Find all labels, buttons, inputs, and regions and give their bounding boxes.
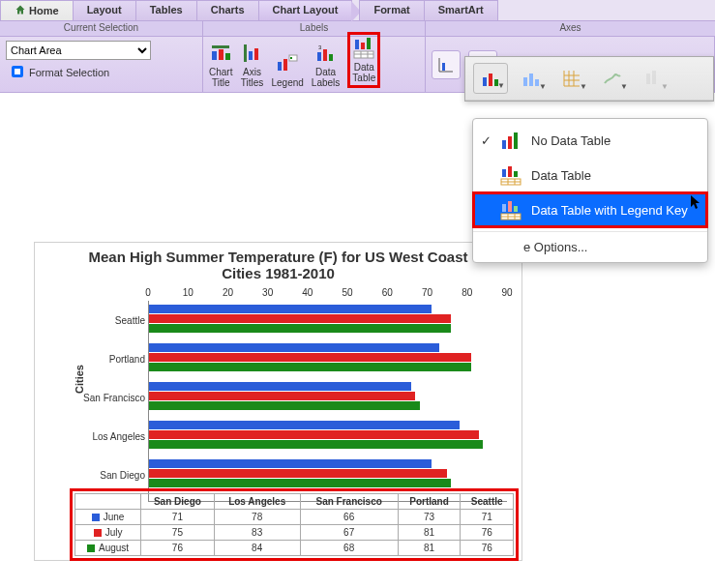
dd-data-table[interactable]: Data Table <box>473 158 707 192</box>
chart-title-button[interactable]: Chart Title <box>209 42 232 88</box>
legend-button[interactable]: Legend <box>271 52 303 88</box>
table-cell: 81 <box>398 541 461 556</box>
axes-popout-btn-3[interactable]: ▼ <box>554 63 589 94</box>
dd-data-table-legend[interactable]: Data Table with Legend Key <box>473 192 707 227</box>
svg-rect-9 <box>283 59 287 71</box>
category-label: San Diego <box>36 470 145 481</box>
tab-format[interactable]: Format <box>359 0 424 20</box>
data-table-label: Data Table <box>352 62 375 83</box>
dd-options[interactable]: e Options... <box>473 231 707 258</box>
svg-rect-25 <box>489 74 492 86</box>
table-header: San Diego <box>141 494 215 510</box>
svg-rect-11 <box>290 57 292 59</box>
table-cell: 68 <box>300 541 398 556</box>
bar-july <box>149 314 451 323</box>
svg-rect-12 <box>317 52 321 61</box>
tab-home[interactable]: Home <box>0 0 74 20</box>
table-cell: 78 <box>214 510 300 525</box>
data-table-icon <box>352 37 375 60</box>
svg-rect-1 <box>212 45 229 48</box>
x-axis-ticks: 0102030405060708090 <box>148 287 507 301</box>
bar-july <box>149 392 415 400</box>
data-table-dropdown: ✓ No Data Table Data Table Data Table wi… <box>472 118 708 263</box>
cursor-icon <box>690 194 701 213</box>
tab-charts[interactable]: Charts <box>196 0 259 20</box>
svg-rect-43 <box>508 201 512 212</box>
bar-june <box>149 343 439 352</box>
x-tick: 20 <box>223 287 233 298</box>
tab-smartart[interactable]: SmartArt <box>424 0 498 20</box>
axes-popout-btn-2[interactable]: ▼ <box>514 63 549 94</box>
svg-rect-7 <box>254 48 258 60</box>
axes-popout-btn-4[interactable]: ▼ <box>595 63 630 94</box>
table-cell: 71 <box>141 510 215 525</box>
chart-plot: SeattlePortlandSan FranciscoLos AngelesS… <box>148 301 507 502</box>
format-selection-button[interactable]: Format Selection <box>6 62 196 83</box>
chart-area[interactable]: Mean High Summer Temperature (F) for US … <box>34 242 522 561</box>
dd-no-data-table[interactable]: ✓ No Data Table <box>473 123 707 158</box>
tab-label: Chart Layout <box>273 4 339 15</box>
chart-category-row: San Diego <box>149 457 507 492</box>
data-labels-icon: 3 <box>314 42 338 65</box>
svg-rect-3 <box>219 49 223 60</box>
chart-title: Mean High Summer Temperature (F) for US … <box>35 243 521 283</box>
group-labels-body: Chart Title Axis Titles Legend 3 Data La… <box>203 37 426 92</box>
tab-chart-layout[interactable]: Chart Layout <box>258 0 353 20</box>
table-cell: 66 <box>300 510 398 525</box>
chart-plot-area: Cities 0102030405060708090 SeattlePortla… <box>35 287 521 508</box>
chart-title-label: Chart Title <box>209 67 232 88</box>
svg-rect-17 <box>361 43 365 49</box>
svg-rect-23 <box>442 63 445 71</box>
chevron-down-icon: ▼ <box>580 82 587 91</box>
svg-rect-4 <box>225 53 230 60</box>
bar-june <box>149 382 411 391</box>
tab-label: Layout <box>87 4 122 15</box>
svg-rect-16 <box>355 40 359 49</box>
axis-titles-label: Axis Titles <box>241 67 264 88</box>
svg-rect-27 <box>523 77 527 86</box>
svg-rect-5 <box>244 44 247 62</box>
home-icon <box>15 5 29 16</box>
bar-august <box>149 440 483 449</box>
tab-label: SmartArt <box>438 4 484 15</box>
bar-june <box>149 459 432 468</box>
category-label: Los Angeles <box>36 431 145 442</box>
bar-august <box>149 479 451 487</box>
x-tick: 40 <box>302 287 313 298</box>
tab-label: Charts <box>211 4 245 15</box>
category-label: San Francisco <box>36 393 145 403</box>
svg-rect-6 <box>249 51 253 60</box>
y-axis-label: Cities <box>74 365 85 394</box>
tab-layout[interactable]: Layout <box>73 0 136 20</box>
axes-toolbar-popout: ▼ ▼ ▼ ▼ ▼ <box>464 56 714 102</box>
axes-button[interactable] <box>432 50 461 79</box>
x-tick: 80 <box>462 287 472 298</box>
tab-tables[interactable]: Tables <box>135 0 197 20</box>
table-header: Los Angeles <box>214 494 300 510</box>
x-tick: 30 <box>262 287 273 298</box>
svg-rect-37 <box>514 171 518 177</box>
svg-rect-13 <box>323 49 327 61</box>
data-labels-button[interactable]: 3 Data Labels <box>312 42 340 88</box>
bar-july <box>149 469 447 478</box>
chart-element-select[interactable]: Chart Area <box>6 41 151 60</box>
svg-text:3: 3 <box>318 44 322 50</box>
bar-july <box>149 353 471 362</box>
format-selection-label: Format Selection <box>29 67 109 78</box>
table-cell: 76 <box>461 541 514 556</box>
dd-options-label: e Options... <box>523 240 587 254</box>
axes-popout-btn-1[interactable]: ▼ <box>473 63 508 94</box>
axis-titles-button[interactable]: Axis Titles <box>240 42 263 88</box>
table-row-header: June <box>75 510 141 525</box>
data-table-button[interactable]: Data Table <box>347 32 380 88</box>
axes-popout-btn-5[interactable]: ▼ <box>636 63 670 94</box>
dd-label: Data Table <box>531 168 591 183</box>
svg-rect-32 <box>502 140 506 149</box>
svg-rect-18 <box>367 38 371 49</box>
x-tick: 70 <box>422 287 432 298</box>
chevron-down-icon: ▼ <box>620 82 628 91</box>
chevron-down-icon: ▼ <box>497 81 505 90</box>
legend-icon <box>276 52 299 75</box>
svg-rect-33 <box>508 136 512 149</box>
table-cell: 73 <box>398 510 461 525</box>
